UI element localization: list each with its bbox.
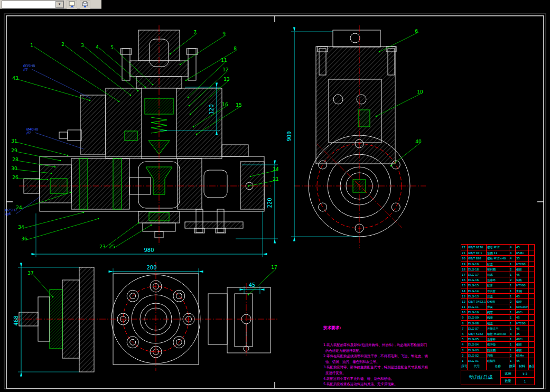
bom-row: 13DLG-13压盖145	[461, 293, 534, 298]
leader-dot	[52, 296, 54, 298]
bom-cell	[529, 283, 534, 287]
top-cap	[138, 30, 180, 61]
bom-cell: 45	[516, 358, 529, 363]
bom-cell	[529, 321, 534, 325]
callout-2: 2	[61, 42, 64, 47]
bom-cell: 45	[516, 272, 529, 277]
mount-plate	[79, 267, 94, 372]
bom-cell: 12	[461, 299, 468, 304]
bom-row: 7DLG-07连接法兰145	[461, 325, 534, 331]
port-stub	[68, 130, 81, 141]
port-plug	[59, 132, 68, 138]
bom-cell: 10	[461, 310, 468, 314]
bom-cell: 1	[461, 358, 468, 363]
bom-cell: 材料	[516, 363, 529, 370]
note-line: 5.装配后应检查各运动件运转灵活、无卡滞现象。	[323, 381, 428, 387]
bom-cell: 压盖	[487, 294, 509, 298]
bom-cell: 防尘圈	[487, 348, 509, 352]
bom-cell: 2	[509, 277, 516, 282]
print-button[interactable]	[80, 0, 90, 9]
callout-34: 34	[18, 225, 24, 230]
front-section-view	[19, 25, 272, 245]
bom-cell: GB/T 97.1	[468, 250, 487, 255]
bom-cell: 45	[516, 326, 529, 331]
drawing-entity	[176, 293, 182, 299]
bom-cell: DLG-02	[468, 353, 487, 358]
bom-cell: 45	[516, 294, 529, 298]
leader-line-6	[379, 32, 418, 52]
bom-cell: 16	[461, 277, 468, 282]
bom-cell: 挡圈	[487, 353, 509, 358]
bom-cell	[529, 326, 534, 331]
bom-cell: 4	[509, 256, 516, 260]
side-top-cap	[333, 30, 380, 47]
drawing-entity	[83, 2, 87, 3]
bracket	[227, 287, 271, 353]
bom-cell	[529, 299, 534, 304]
bom-cell: 1	[509, 315, 516, 320]
bom-cell: 名称	[487, 363, 509, 370]
bom-row: 2DLG-02挡圈265Mn	[461, 352, 534, 358]
callout-17: 17	[271, 265, 277, 270]
callout-8: 8	[234, 46, 237, 51]
bracket-slot	[235, 294, 253, 347]
scale-label: 比例	[501, 370, 516, 378]
callout-28: 28	[12, 157, 18, 162]
bom-row: 6GB/T 5782螺栓 M10×30835	[461, 331, 534, 336]
bom-cell	[529, 304, 534, 309]
bom-cell: 橡胶	[516, 299, 529, 304]
bom-cell: 22	[461, 245, 468, 250]
bom-cell	[529, 353, 534, 358]
leader-dot	[145, 87, 146, 88]
cap-hole	[350, 33, 360, 43]
bom-cell: 5	[461, 337, 468, 341]
bom-cell: 螺母 M12	[487, 245, 509, 250]
bom-cell: DLG-03	[468, 348, 487, 352]
bom-cell: 1	[509, 283, 516, 287]
callout-21: 21	[273, 176, 278, 182]
layer-combo[interactable]: ▾	[2, 1, 64, 8]
callout-3: 3	[81, 43, 84, 48]
bom-row: 22GB/T 6170螺母 M12445	[461, 245, 534, 250]
sheet-label: 数量	[501, 378, 516, 385]
export-button[interactable]	[67, 0, 77, 9]
bom-cell: DLG-07	[468, 326, 487, 331]
bom-cell: 活塞杆	[487, 337, 509, 341]
dim-label-909: 909	[286, 131, 292, 141]
bom-cell: 螺栓 M10×30	[487, 331, 509, 336]
chevron-down-icon[interactable]: ▾	[55, 1, 63, 8]
callout-30: 30	[11, 166, 17, 171]
bom-cell: 1	[509, 321, 516, 325]
callout-40: 40	[415, 139, 422, 144]
technical-notes: 技术要求: 1.装入装配的零件及部件(包括外购件、外协件)，均必须具有检验部门 …	[323, 314, 428, 392]
bom-cell: 序号	[461, 363, 468, 370]
bom-cell: 缸盖	[487, 262, 509, 266]
drawing-entity	[69, 2, 74, 5]
stud-bolt	[196, 209, 203, 232]
bom-cell: 14	[461, 288, 468, 293]
bom-row: 1DLG-01联轴节145	[461, 358, 534, 363]
bolt-hole	[391, 203, 400, 211]
bom-cell: DLG-05	[468, 337, 487, 341]
dim-label-120: 120	[209, 104, 215, 114]
bom-cell: 1	[509, 262, 516, 266]
scale-value: 1:2	[516, 370, 534, 378]
bom-rows: 22GB/T 6170螺母 M1244521GB/T 97.1垫圈 12465M…	[461, 245, 534, 363]
bom-cell: 45	[516, 315, 529, 320]
callout-37: 37	[27, 270, 33, 276]
leader-dot	[376, 116, 377, 117]
bom-cell: 橡胶	[516, 267, 529, 272]
notes-title: 技术要求:	[323, 325, 428, 331]
callout-29: 29	[11, 148, 17, 153]
note-line: 度进行复查。	[323, 370, 428, 376]
bom-cell: 1	[509, 337, 516, 341]
bom-cell: 13	[461, 294, 468, 298]
end-cap	[240, 162, 264, 209]
bom-cell: DLG-01	[468, 358, 487, 363]
bom-cell	[529, 245, 534, 250]
leader-line-9	[180, 35, 226, 64]
bom-row: 11DLG-11弹簧160Si2Mn	[461, 304, 534, 309]
leader-dot	[67, 155, 69, 156]
bom-header-row: 序号代号名称数量材料备注	[461, 363, 534, 370]
bom-cell: 螺柱 M12×40	[487, 256, 509, 260]
